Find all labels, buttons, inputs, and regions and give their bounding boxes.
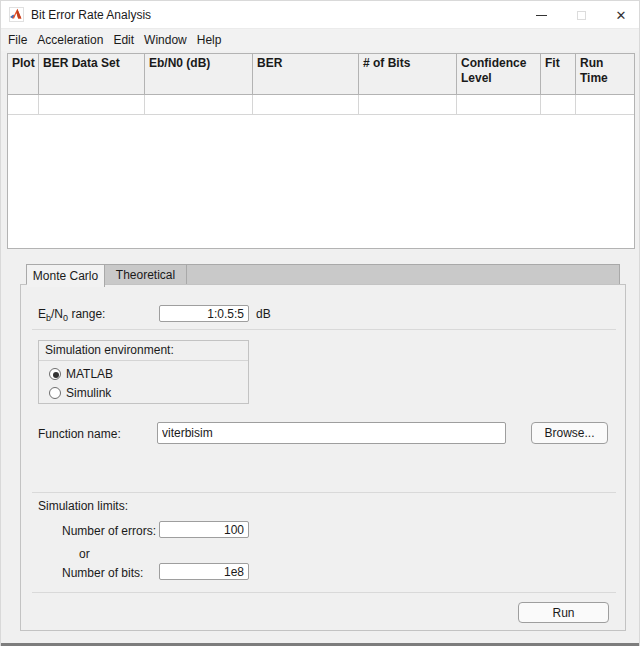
table-cell	[457, 95, 541, 114]
or-label: or	[79, 547, 90, 561]
separator	[32, 492, 616, 493]
minimize-button[interactable]	[521, 1, 561, 29]
close-icon: ✕	[616, 9, 627, 22]
tab-monte-carlo[interactable]: Monte Carlo	[27, 265, 105, 287]
number-of-bits-input[interactable]	[159, 563, 249, 580]
menu-edit[interactable]: Edit	[109, 31, 138, 49]
window-title: Bit Error Rate Analysis	[31, 8, 151, 22]
tab-strip: Monte Carlo Theoretical	[26, 264, 620, 285]
menu-file[interactable]: File	[4, 31, 31, 49]
window-controls: ✕	[521, 1, 640, 29]
simulation-environment-group: Simulation environment: MATLAB Simulink	[38, 340, 249, 404]
monte-carlo-panel: Eb/N0 range: dB Simulation environment: …	[20, 284, 626, 631]
column-header-ber-data-set: BER Data Set	[39, 54, 145, 94]
column-header-fit: Fit	[541, 54, 576, 94]
table-cell	[359, 95, 457, 114]
browse-button[interactable]: Browse...	[531, 422, 608, 444]
table-cell	[541, 95, 576, 114]
column-header-num-bits: # of Bits	[359, 54, 457, 94]
column-header-run-time: Run Time	[576, 54, 634, 94]
radio-button-icon	[49, 368, 61, 380]
function-name-label: Function name:	[38, 427, 121, 441]
tab-theoretical[interactable]: Theoretical	[105, 265, 187, 285]
table-cell	[39, 95, 145, 114]
separator	[32, 329, 616, 330]
function-name-input[interactable]	[157, 422, 506, 444]
table-cell	[8, 95, 39, 114]
maximize-button	[561, 1, 601, 29]
column-header-ebn0: Eb/N0 (dB)	[145, 54, 253, 94]
ebn0-range-input[interactable]	[159, 305, 249, 322]
column-header-confidence-level: Confidence Level	[457, 54, 541, 94]
radio-matlab-label: MATLAB	[66, 367, 113, 381]
menubar: File Acceleration Edit Window Help	[1, 29, 640, 51]
minimize-icon	[536, 15, 547, 16]
separator	[32, 592, 616, 593]
column-header-ber: BER	[253, 54, 359, 94]
radio-simulink[interactable]: Simulink	[49, 386, 111, 400]
table-row[interactable]	[8, 95, 634, 115]
number-of-errors-input[interactable]	[159, 521, 249, 538]
ber-results-table: Plot BER Data Set Eb/N0 (dB) BER # of Bi…	[7, 53, 635, 249]
simulation-environment-title: Simulation environment:	[39, 341, 248, 361]
titlebar: Bit Error Rate Analysis ✕	[1, 1, 640, 29]
radio-matlab[interactable]: MATLAB	[49, 367, 113, 381]
number-of-bits-label: Number of bits:	[62, 566, 143, 580]
menu-window[interactable]: Window	[140, 31, 191, 49]
table-cell	[576, 95, 634, 114]
radio-button-icon	[49, 387, 61, 399]
close-button[interactable]: ✕	[601, 1, 640, 29]
number-of-errors-label: Number of errors:	[62, 524, 156, 538]
menu-acceleration[interactable]: Acceleration	[33, 31, 107, 49]
table-empty-area	[8, 115, 634, 248]
table-cell	[145, 95, 253, 114]
run-button[interactable]: Run	[518, 602, 609, 623]
simulation-limits-label: Simulation limits:	[38, 499, 128, 513]
table-header: Plot BER Data Set Eb/N0 (dB) BER # of Bi…	[8, 54, 634, 95]
radio-simulink-label: Simulink	[66, 386, 111, 400]
maximize-icon	[577, 11, 586, 20]
menu-help[interactable]: Help	[193, 31, 226, 49]
ebn0-unit-label: dB	[256, 307, 271, 321]
matlab-logo-icon	[9, 7, 24, 22]
column-header-plot: Plot	[8, 54, 39, 94]
table-cell	[253, 95, 359, 114]
ebn0-range-label: Eb/N0 range:	[38, 307, 105, 323]
bertool-window: Bit Error Rate Analysis ✕ File Accelerat…	[0, 0, 640, 646]
